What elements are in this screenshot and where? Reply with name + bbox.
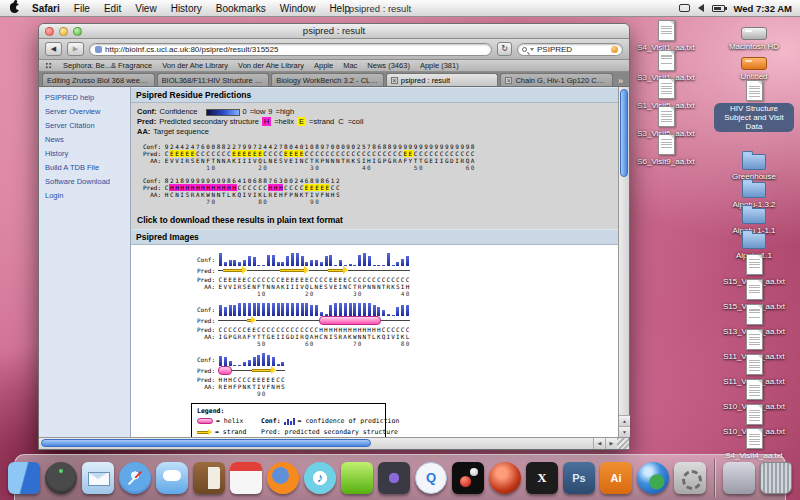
dock-firefox-icon[interactable] <box>267 462 299 494</box>
search-dropdown-icon[interactable] <box>530 48 534 51</box>
folder-icon <box>742 233 766 249</box>
search-field[interactable]: PSIPRED <box>517 43 623 56</box>
displays-icon[interactable] <box>679 4 690 12</box>
address-bar[interactable]: http://bioinf.cs.ucl.ac.uk:80/psipred/re… <box>89 43 492 56</box>
back-button[interactable]: ◀ <box>45 42 62 56</box>
tab-chain-g-hiv-1-gp120-core-com[interactable]: ×Chain G, Hiv-1 Gp120 Core Com... <box>500 73 613 86</box>
zoom-button[interactable] <box>73 27 82 36</box>
menu-file[interactable]: File <box>67 3 97 14</box>
bookmarks-grid-icon[interactable] <box>45 62 53 69</box>
minimize-button[interactable] <box>59 27 68 36</box>
battery-icon[interactable] <box>712 5 725 12</box>
coil-segment <box>218 320 247 321</box>
desktop-icon-greenhouse[interactable]: Greenhouse <box>714 150 794 181</box>
tab-editing-zrusso-biol-368-week-9-c[interactable]: Editing Zrusso Biol 368 week 9 C... <box>42 73 155 86</box>
bookmark-apple[interactable]: Apple <box>314 61 333 70</box>
menu-clock[interactable]: Wed 7:32 AM <box>733 3 792 14</box>
tab-overflow-button[interactable]: » <box>614 76 627 86</box>
row-label: Pred: <box>191 276 215 283</box>
scroll-up-button[interactable]: ▲ <box>619 415 630 426</box>
scroll-right-button[interactable]: ▶ <box>605 438 617 449</box>
horizontal-scroll-thumb[interactable] <box>41 439 371 447</box>
sidebar-item-login[interactable]: Login <box>39 188 130 202</box>
forward-button[interactable]: ▶ <box>67 42 84 56</box>
desktop-icon-s6-visit9-aa-txt[interactable]: S6_Visit9_aa.txt <box>626 134 706 166</box>
sidebar-item-history[interactable]: History <box>39 146 130 160</box>
sidebar-item-build-a-tdb-file[interactable]: Build A TDB File <box>39 160 130 174</box>
dock-safari-icon[interactable] <box>119 462 151 494</box>
dock-mail-icon[interactable] <box>82 462 114 494</box>
tab-biology-workbench-3-2-clustalw[interactable]: Biology WorkBench 3.2 - CLUSTALW <box>271 73 384 86</box>
dock-quicktime-icon[interactable]: Q <box>415 462 447 494</box>
pred-cartoon-row: Pred: <box>191 266 618 276</box>
menu-window[interactable]: Window <box>273 3 323 14</box>
dock-system-preferences-icon[interactable] <box>674 462 706 494</box>
resize-grip[interactable] <box>617 438 629 449</box>
dock-x11-icon[interactable]: X <box>526 462 558 494</box>
txt-icon <box>746 329 763 350</box>
scroll-down-button[interactable]: ▼ <box>619 426 630 437</box>
strand-segment <box>252 369 271 372</box>
bookmark-sephora-be-fragrance[interactable]: Sephora: Be...& Fragrance <box>63 61 152 70</box>
sidebar-item-psipred-help[interactable]: PSIPRED help <box>39 90 130 104</box>
dock-trash-icon[interactable] <box>760 462 792 494</box>
dock-itunes-icon[interactable]: ♪ <box>304 462 336 494</box>
menu-history[interactable]: History <box>164 3 209 14</box>
apple-menu[interactable] <box>8 3 25 13</box>
conf-key-label: Conf: <box>137 107 157 116</box>
tab-psipred-result[interactable]: ×psipred : result <box>386 73 499 86</box>
dock-photoshop-icon[interactable]: Ps <box>563 462 595 494</box>
dock-idvd-icon[interactable] <box>378 462 410 494</box>
dock-ical-icon[interactable] <box>230 462 262 494</box>
residue-cell: A <box>470 157 475 164</box>
sidebar-item-news[interactable]: News <box>39 132 130 146</box>
download-results-link[interactable]: Click to download these results in plain… <box>131 211 618 229</box>
bookmark-news-3463[interactable]: News (3463) <box>367 61 410 70</box>
sidebar-item-software-download[interactable]: Software Download <box>39 174 130 188</box>
dock-rasmol-icon[interactable] <box>452 462 484 494</box>
close-tab-icon[interactable]: × <box>391 77 398 84</box>
dock-google-earth-icon[interactable] <box>637 462 669 494</box>
menu-bookmarks[interactable]: Bookmarks <box>209 3 273 14</box>
tab-biol368-f11-hiv-structure-op[interactable]: BIOL368/F11:HIV Structure - Op... <box>157 73 270 86</box>
dock-green-app-icon[interactable] <box>341 462 373 494</box>
bookmark-von-der-ahe-library[interactable]: Von der Ahe Library <box>238 61 304 70</box>
scroll-left-button[interactable]: ◀ <box>593 438 605 449</box>
window-title-bar[interactable]: psipred : result <box>39 24 629 39</box>
dock-archive-utility-icon[interactable] <box>723 462 755 494</box>
menu-edit[interactable]: Edit <box>97 3 128 14</box>
snapback-icon[interactable] <box>611 46 618 53</box>
strand-segment <box>223 269 242 272</box>
menu-safari[interactable]: Safari <box>25 3 67 14</box>
vertical-scroll-thumb[interactable] <box>620 89 628 177</box>
folder-icon <box>742 182 766 198</box>
conf-bar <box>363 253 366 266</box>
bookmark-apple-381[interactable]: Apple (381) <box>420 61 459 70</box>
vertical-scroll-arrows: ▲ ▼ <box>619 415 630 437</box>
dock-finder-icon[interactable] <box>8 462 40 494</box>
desktop-icon-untitled[interactable]: Untitled <box>714 50 794 81</box>
menu-help[interactable]: Help <box>322 3 357 14</box>
close-tab-icon[interactable]: × <box>505 77 512 84</box>
dock-illustrator-icon[interactable]: Ai <box>600 462 632 494</box>
dock-dashboard-icon[interactable] <box>45 462 77 494</box>
sidebar-item-server-citation[interactable]: Server Citation <box>39 118 130 132</box>
menu-view[interactable]: View <box>128 3 164 14</box>
coil-eq: =coil <box>348 117 364 126</box>
conf-bar <box>229 305 232 316</box>
vertical-scrollbar[interactable]: ▲ ▼ <box>618 87 629 437</box>
bookmark-mac[interactable]: Mac <box>343 61 357 70</box>
horizontal-scrollbar[interactable]: ◀ ▶ <box>39 437 629 449</box>
volume-icon[interactable] <box>698 4 704 12</box>
conf-high-num: 9 <box>268 107 272 116</box>
dock-address-book-icon[interactable] <box>193 462 225 494</box>
bookmark-von-der-ahe-library[interactable]: Von der Ahe Library <box>162 61 228 70</box>
dock-jmol-icon[interactable] <box>489 462 521 494</box>
desktop-icon-s4-visit1-aa-txt[interactable]: S4_Visit1_aa.txt <box>626 20 706 52</box>
desktop-icon-hiv-structure-subject-and-visit-data[interactable]: HIV Structure Subject and Visit Data <box>714 80 794 132</box>
dock-ichat-icon[interactable] <box>156 462 188 494</box>
sidebar-item-server-overview[interactable]: Server Overview <box>39 104 130 118</box>
close-button[interactable] <box>45 27 54 36</box>
desktop-icon-macintosh-hd[interactable]: Macintosh HD <box>714 20 794 51</box>
reload-button[interactable]: ↻ <box>497 42 512 56</box>
